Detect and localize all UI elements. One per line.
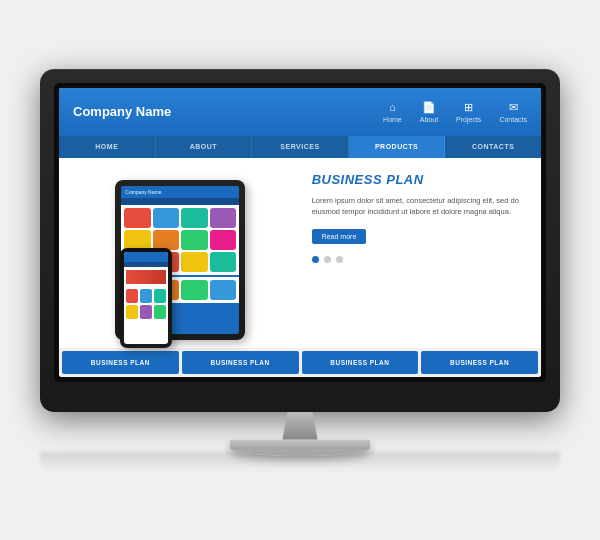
app-3: [181, 208, 208, 228]
app-7: [181, 230, 208, 250]
phone-banner: [126, 270, 166, 284]
phone-content: [124, 270, 168, 321]
carousel-dots: [312, 256, 525, 263]
nav-item-products[interactable]: PRODUCTS: [349, 136, 446, 158]
contacts-icon: ✉: [505, 100, 521, 114]
nav-contacts-label: Contacts: [499, 116, 527, 123]
site-logo: Company Name: [73, 104, 171, 119]
nav-item-home[interactable]: HOME: [59, 136, 156, 158]
nav-icon-contacts[interactable]: ✉ Contacts: [499, 100, 527, 123]
app-11: [181, 252, 208, 272]
nav-item-contacts[interactable]: CONTACTS: [445, 136, 541, 158]
nav-icon-home[interactable]: ⌂ Home: [383, 100, 402, 123]
nav-icon-about[interactable]: 📄 About: [420, 100, 438, 123]
read-more-button[interactable]: Read more: [312, 229, 367, 244]
tablet-header: Company Name: [121, 186, 239, 198]
footer-card-1[interactable]: BUSINESS PLAN: [62, 351, 179, 374]
app-16: [210, 280, 237, 300]
p-app-2: [140, 289, 152, 303]
app-1: [124, 208, 151, 228]
footer-card-2[interactable]: BUSINESS PLAN: [182, 351, 299, 374]
app-15: [181, 280, 208, 300]
nav-home-label: Home: [383, 116, 402, 123]
monitor-screen: Company Name ⌂ Home 📄 About ⊞ Projects: [59, 88, 541, 377]
hero-title: BUSINESS PLAN: [312, 172, 525, 187]
app-2: [153, 208, 180, 228]
site-navbar: HOME ABOUT SERVICES PRODUCTS CONTACTS: [59, 136, 541, 158]
nav-projects-label: Projects: [456, 116, 481, 123]
device-phone: [120, 248, 172, 348]
tablet-header-text: Company Name: [125, 189, 161, 195]
phone-header: [124, 252, 168, 262]
monitor-reflection: [40, 452, 560, 472]
projects-icon: ⊞: [461, 100, 477, 114]
monitor-screen-border: Company Name ⌂ Home 📄 About ⊞ Projects: [54, 83, 546, 382]
site-header: Company Name ⌂ Home 📄 About ⊞ Projects: [59, 88, 541, 136]
nav-about-label: About: [420, 116, 438, 123]
p-app-5: [140, 305, 152, 319]
scene: Company Name ⌂ Home 📄 About ⊞ Projects: [40, 69, 560, 472]
footer-card-3[interactable]: BUSINESS PLAN: [302, 351, 419, 374]
app-5: [124, 230, 151, 250]
dot-2[interactable]: [324, 256, 331, 263]
p-app-3: [154, 289, 166, 303]
about-icon: 📄: [421, 100, 437, 114]
text-area: BUSINESS PLAN Lorem ipsum dolor sit amet…: [302, 158, 541, 348]
monitor-outer: Company Name ⌂ Home 📄 About ⊞ Projects: [40, 69, 560, 412]
monitor-stand-neck: [275, 412, 325, 440]
footer-card-4[interactable]: BUSINESS PLAN: [421, 351, 538, 374]
nav-item-about[interactable]: ABOUT: [156, 136, 253, 158]
nav-icon-projects[interactable]: ⊞ Projects: [456, 100, 481, 123]
app-4: [210, 208, 237, 228]
hero-body: Lorem ipsum dolor sit amet, consectetur …: [312, 195, 525, 218]
home-icon: ⌂: [384, 100, 400, 114]
phone-screen: [124, 252, 168, 344]
phone-nav: [124, 262, 168, 267]
app-6: [153, 230, 180, 250]
nav-item-services[interactable]: SERVICES: [252, 136, 349, 158]
dot-1[interactable]: [312, 256, 319, 263]
p-app-4: [126, 305, 138, 319]
app-12: [210, 252, 237, 272]
site-nav-icons: ⌂ Home 📄 About ⊞ Projects ✉: [383, 100, 527, 123]
app-8: [210, 230, 237, 250]
p-app-1: [126, 289, 138, 303]
site-footer-cards: BUSINESS PLAN BUSINESS PLAN BUSINESS PLA…: [59, 348, 541, 377]
site-content: Company Name: [59, 158, 541, 348]
dot-3[interactable]: [336, 256, 343, 263]
p-app-6: [154, 305, 166, 319]
tablet-nav: [121, 198, 239, 205]
devices-area: Company Name: [59, 158, 302, 348]
phone-app-grid: [124, 287, 168, 321]
